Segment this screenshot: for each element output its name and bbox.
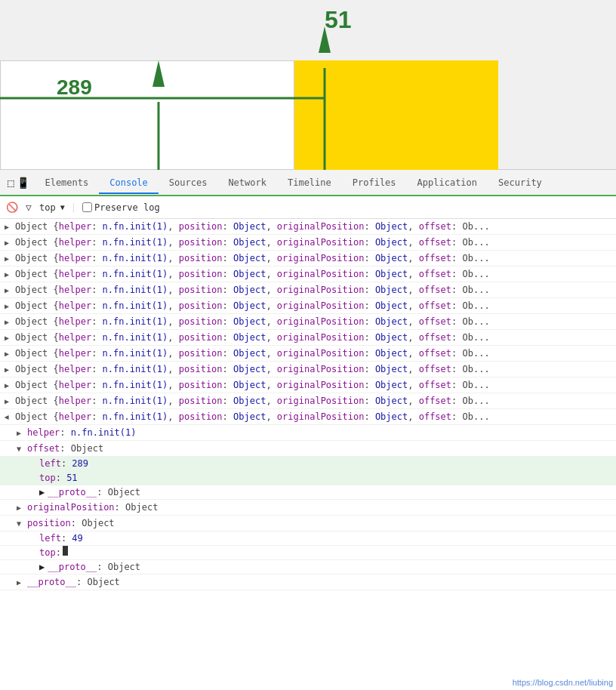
expand-arrow-7[interactable]: ▶ (5, 316, 9, 329)
deep-text-left: left: 289 (39, 457, 88, 470)
console-text-2: Object {helper: n.fn.init(1), position: … (15, 236, 490, 249)
devtools-tab-bar: ⬚ 📱 Elements Console Sources Network Tim… (0, 170, 616, 196)
sub-arrow-proto-main[interactable]: ▶ (17, 576, 21, 590)
browser-preview-area: 51 289 (0, 0, 616, 170)
expand-arrow-11[interactable]: ▶ (5, 379, 9, 393)
top-dropdown-arrow[interactable]: ▼ (60, 203, 65, 211)
sub-arrow-offset[interactable]: ▼ (17, 442, 21, 456)
sub-text-position: position: Object (27, 516, 115, 530)
console-text-expanded: Object {helper: n.fn.init(1), position: … (15, 410, 490, 424)
tab-console[interactable]: Console (99, 173, 159, 194)
console-text-11: Object {helper: n.fn.init(1), position: … (15, 378, 490, 392)
console-text-3: Object {helper: n.fn.init(1), position: … (15, 251, 490, 265)
console-line-expanded[interactable]: ▼ Object {helper: n.fn.init(1), position… (0, 409, 616, 425)
console-line-9[interactable]: ▶ Object {helper: n.fn.init(1), position… (0, 346, 616, 362)
console-line-10[interactable]: ▶ Object {helper: n.fn.init(1), position… (0, 362, 616, 377)
expand-arrow-8[interactable]: ▶ (5, 331, 9, 345)
tab-profiles[interactable]: Profiles (342, 173, 407, 193)
console-line-4[interactable]: ▶ Object {helper: n.fn.init(1), position… (0, 266, 616, 282)
white-panel (0, 60, 294, 170)
deep-text-pos-top: top: (39, 546, 61, 559)
deep-text-pos-left: left: 49 (39, 531, 83, 545)
expand-arrow-2[interactable]: ▶ (5, 236, 9, 250)
filter-button[interactable]: ▽ (23, 202, 35, 214)
expand-arrow-1[interactable]: ▶ (5, 220, 9, 234)
annotation-51: 51 (325, 6, 352, 34)
deep-line-proto-offset[interactable]: ▶ __proto__: Object (0, 485, 616, 500)
sub-text-helper: helper: n.fn.init(1) (27, 426, 137, 439)
sub-arrow-helper[interactable]: ▶ (17, 427, 21, 440)
preserve-log-checkbox[interactable] (82, 202, 92, 212)
sub-arrow-original-position[interactable]: ▶ (17, 501, 21, 515)
tab-security[interactable]: Security (488, 173, 553, 193)
sub-line-proto-main[interactable]: ▶ __proto__: Object (0, 574, 616, 590)
preserve-log-label: Preserve log (94, 202, 160, 213)
console-text-7: Object {helper: n.fn.init(1), position: … (15, 315, 490, 328)
tab-application[interactable]: Application (407, 173, 488, 193)
deep-line-proto-position[interactable]: ▶ __proto__: Object (0, 560, 616, 574)
expand-arrow-12[interactable]: ▶ (5, 395, 9, 408)
expand-arrow-5[interactable]: ▶ (5, 284, 9, 297)
devtools-toolbar: 🚫 ▽ top ▼ | Preserve log (0, 196, 616, 219)
sub-line-offset[interactable]: ▼ offset: Object (0, 441, 616, 457)
sub-line-original-position[interactable]: ▶ originalPosition: Object (0, 500, 616, 516)
console-line-12[interactable]: ▶ Object {helper: n.fn.init(1), position… (0, 393, 616, 409)
expand-arrow-6[interactable]: ▶ (5, 300, 9, 313)
tab-sources[interactable]: Sources (159, 173, 218, 193)
console-line-3[interactable]: ▶ Object {helper: n.fn.init(1), position… (0, 251, 616, 266)
sub-arrow-position[interactable]: ▼ (17, 517, 21, 531)
sub-text-original-position: originalPosition: Object (27, 501, 158, 514)
annotation-289: 289 (57, 75, 92, 100)
sub-text-offset: offset: Object (27, 442, 103, 455)
devtools-icon-group: ⬚ 📱 (3, 177, 34, 189)
proto-arrow-position[interactable]: ▶ (39, 560, 45, 574)
expand-arrow-9[interactable]: ▶ (5, 347, 9, 361)
console-text-6: Object {helper: n.fn.init(1), position: … (15, 299, 490, 313)
console-text-12: Object {helper: n.fn.init(1), position: … (15, 394, 490, 408)
mobile-icon[interactable]: 📱 (17, 177, 29, 189)
text-cursor (63, 546, 68, 556)
deep-line-pos-left: left: 49 (0, 531, 616, 546)
deep-line-pos-top: top: (0, 546, 616, 560)
deep-line-left: left: 289 (0, 457, 616, 471)
console-line-1[interactable]: ▶ Object {helper: n.fn.init(1), position… (0, 219, 616, 235)
deep-text-top: top: 51 (39, 471, 78, 485)
console-text-4: Object {helper: n.fn.init(1), position: … (15, 267, 490, 281)
console-line-6[interactable]: ▶ Object {helper: n.fn.init(1), position… (0, 298, 616, 314)
clear-console-button[interactable]: 🚫 (6, 202, 18, 214)
watermark: https://blog.csdn.net/liubing (513, 678, 613, 687)
sub-line-helper[interactable]: ▶ helper: n.fn.init(1) (0, 425, 616, 441)
console-line-8[interactable]: ▶ Object {helper: n.fn.init(1), position… (0, 330, 616, 346)
inspect-icon[interactable]: ⬚ (8, 177, 14, 189)
top-label: top (39, 202, 56, 213)
deep-text-proto-position: __proto__: Object (48, 560, 140, 574)
expand-arrow-10[interactable]: ▶ (5, 363, 9, 377)
separator: | (71, 202, 76, 213)
deep-line-top: top: 51 (0, 471, 616, 485)
expand-arrow-3[interactable]: ▶ (5, 252, 9, 266)
console-text-5: Object {helper: n.fn.init(1), position: … (15, 283, 490, 297)
console-line-2[interactable]: ▶ Object {helper: n.fn.init(1), position… (0, 235, 616, 251)
yellow-highlight-box (294, 60, 498, 170)
console-line-5[interactable]: ▶ Object {helper: n.fn.init(1), position… (0, 282, 616, 298)
tab-elements[interactable]: Elements (34, 173, 99, 193)
console-text-8: Object {helper: n.fn.init(1), position: … (15, 331, 490, 344)
tab-network[interactable]: Network (217, 173, 277, 193)
console-text-1: Object {helper: n.fn.init(1), position: … (15, 220, 490, 233)
expand-arrow-4[interactable]: ▶ (5, 268, 9, 282)
console-line-11[interactable]: ▶ Object {helper: n.fn.init(1), position… (0, 377, 616, 393)
console-text-10: Object {helper: n.fn.init(1), position: … (15, 362, 490, 376)
console-output: ▶ Object {helper: n.fn.init(1), position… (0, 219, 616, 690)
sub-text-proto-main: __proto__: Object (27, 575, 120, 589)
deep-text-proto-offset: __proto__: Object (48, 485, 140, 499)
console-text-9: Object {helper: n.fn.init(1), position: … (15, 347, 490, 360)
expand-arrow-expanded[interactable]: ▼ (0, 415, 14, 420)
sub-line-position[interactable]: ▼ position: Object (0, 516, 616, 531)
preserve-log-checkbox-label[interactable]: Preserve log (82, 202, 160, 213)
proto-arrow-offset[interactable]: ▶ (39, 485, 45, 499)
console-line-7[interactable]: ▶ Object {helper: n.fn.init(1), position… (0, 314, 616, 330)
tab-timeline[interactable]: Timeline (277, 173, 342, 193)
